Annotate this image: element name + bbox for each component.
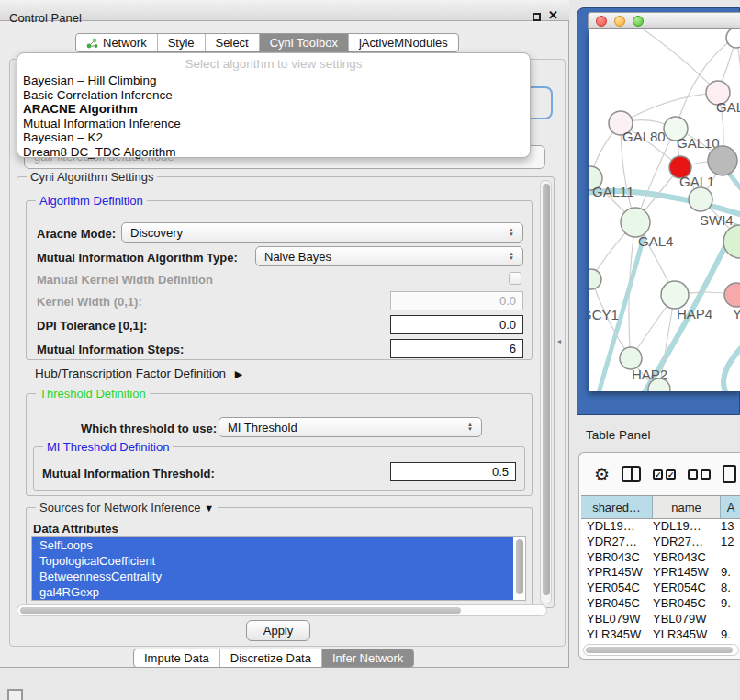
- scrollbar-thumb[interactable]: [543, 184, 550, 595]
- tab-label: Style: [168, 36, 195, 50]
- table-horizontal-scrollbar[interactable]: [583, 644, 739, 656]
- expander-right-icon[interactable]: ▶: [235, 368, 242, 379]
- table-row[interactable]: YBL079WYBL079W: [581, 612, 740, 627]
- dropdown-item[interactable]: Bayesian – Hill Climbing: [17, 73, 530, 88]
- table-row[interactable]: YLR345WYLR345W9.: [581, 627, 740, 643]
- tab-network[interactable]: Network: [76, 34, 157, 51]
- close-icon[interactable]: ✕: [548, 8, 558, 22]
- manual-kernel-checkbox[interactable]: [509, 272, 521, 285]
- attribute-item-selected[interactable]: BetweennessCentrality: [32, 569, 513, 584]
- dropdown-item[interactable]: Bayesian – K2: [17, 130, 530, 145]
- checked-boxes-icon[interactable]: ✓✓: [653, 469, 676, 480]
- tab-label: Network: [103, 36, 147, 50]
- attribute-item-selected[interactable]: TopologicalCoefficient: [32, 553, 513, 569]
- sources-title-text: Sources for Network Inference: [39, 501, 201, 514]
- page-icon[interactable]: [723, 465, 736, 483]
- column-header[interactable]: A: [721, 496, 740, 518]
- apply-button[interactable]: Apply: [246, 620, 310, 641]
- tab-cyni-toolbox[interactable]: Cyni Toolbox: [259, 34, 348, 51]
- scrollbar-thumb[interactable]: [20, 607, 461, 614]
- node-label: SWI4: [700, 212, 734, 228]
- table-panel: ⚙ ✓✓ shared… name A YDL19…YDL19…13YDR27……: [578, 452, 740, 660]
- zoom-traffic-light-icon[interactable]: [633, 16, 644, 27]
- tab-impute-data[interactable]: Impute Data: [134, 649, 219, 667]
- tab-style[interactable]: Style: [157, 34, 205, 51]
- settings-vertical-scrollbar[interactable]: [540, 180, 552, 604]
- network-node[interactable]: [724, 283, 740, 307]
- splitter-collapse-handle[interactable]: ◂: [557, 337, 561, 345]
- mi-steps-field[interactable]: 6: [390, 339, 523, 358]
- table-cell: [717, 612, 740, 627]
- manual-kernel-label: Manual Kernel Width Definition: [37, 273, 213, 287]
- gear-icon[interactable]: ⚙: [594, 466, 610, 483]
- table-row[interactable]: YBR043CYBR043C: [581, 550, 740, 566]
- control-panel-titlebar[interactable]: [0, 0, 569, 21]
- mi-threshold-title: MI Threshold Definition: [43, 440, 173, 454]
- table-body[interactable]: YDL19…YDL19…13YDR27…YDR27…12YBR043CYBR04…: [581, 519, 740, 649]
- unchecked-boxes-icon[interactable]: [688, 469, 711, 480]
- close-traffic-light-icon[interactable]: [596, 16, 607, 27]
- dpi-tolerance-label: DPI Tolerance [0,1]:: [37, 319, 147, 333]
- algorithm-dropdown-popup: Select algorithm to view settings Bayesi…: [17, 52, 531, 158]
- minimize-traffic-light-icon[interactable]: [614, 16, 625, 27]
- tab-discretize-data[interactable]: Discretize Data: [219, 649, 321, 667]
- list-scrollbar-thumb[interactable]: [516, 539, 523, 594]
- network-node[interactable]: [723, 225, 740, 258]
- network-node[interactable]: [661, 281, 689, 309]
- column-header[interactable]: name: [653, 496, 721, 518]
- collapsed-panel-icon[interactable]: [7, 689, 23, 700]
- table-cell: YBR045C: [649, 596, 717, 612]
- dropdown-item[interactable]: Basic Correlation Inference: [17, 88, 530, 103]
- dropdown-item-selected[interactable]: ARACNE Algorithm: [17, 102, 530, 117]
- cyni-bottom-tabs: Impute Data Discretize Data Infer Networ…: [133, 649, 414, 668]
- expander-down-icon[interactable]: ▼: [204, 502, 214, 514]
- table-row[interactable]: YDL19…YDL19…13: [581, 519, 740, 535]
- attribute-item-selected[interactable]: SelfLoops: [32, 537, 513, 553]
- kernel-width-field[interactable]: 0.0: [390, 291, 523, 310]
- table-cell: 9.: [717, 565, 740, 581]
- table-cell: 12: [717, 535, 740, 550]
- tab-jactivemnodules[interactable]: jActiveMNodules: [348, 34, 458, 51]
- column-header[interactable]: shared…: [581, 496, 653, 518]
- table-cell: YER054C: [581, 581, 649, 596]
- mi-type-combo[interactable]: Naive Bayes ▲▼: [255, 246, 523, 266]
- control-panel-title: Control Panel: [9, 11, 82, 25]
- table-cell: 8.: [717, 581, 740, 596]
- table-cell: YPR145W: [649, 565, 717, 581]
- dropdown-item[interactable]: Mutual Information Inference: [17, 117, 530, 131]
- tab-label: jActiveMNodules: [359, 36, 448, 50]
- scrollbar-thumb[interactable]: [586, 647, 733, 653]
- network-node[interactable]: [726, 29, 740, 48]
- node-label: GAL80: [622, 129, 666, 144]
- table-row[interactable]: YPR145WYPR145W9.: [581, 565, 740, 581]
- hub-definition-expander[interactable]: Hub/Transcription Factor Definition ▶: [35, 367, 242, 380]
- network-node[interactable]: [589, 269, 601, 289]
- data-attributes-list[interactable]: SelfLoops TopologicalCoefficient Between…: [31, 536, 526, 601]
- which-threshold-combo[interactable]: MI Threshold ▲▼: [219, 417, 482, 437]
- table-row[interactable]: YBR045CYBR045C9.: [581, 596, 740, 612]
- dropdown-item[interactable]: Dream8 DC_TDC Algorithm: [17, 145, 530, 160]
- aracne-mode-combo[interactable]: Discovery ▲▼: [121, 222, 523, 243]
- table-cell: YBL079W: [649, 612, 717, 627]
- float-window-icon[interactable]: [533, 13, 541, 21]
- table-panel-title: Table Panel: [586, 428, 651, 442]
- table-cell: 13: [717, 519, 740, 535]
- network-canvas[interactable]: GALGAL80GAL10GAL1GAL11GAL4SWI4GCY1HAP4YH…: [589, 29, 740, 391]
- table-row[interactable]: YDR27…YDR27…12: [581, 535, 740, 550]
- table-cell: YBL079W: [581, 612, 649, 627]
- network-node[interactable]: [708, 146, 737, 175]
- table-cell: 9.: [717, 627, 740, 643]
- tab-select[interactable]: Select: [205, 34, 259, 51]
- settings-horizontal-scrollbar[interactable]: [17, 604, 547, 616]
- mi-threshold-field[interactable]: 0.5: [390, 462, 516, 481]
- dpi-tolerance-field[interactable]: 0.0: [390, 315, 523, 334]
- table-cell: YLR345W: [581, 627, 649, 643]
- which-threshold-value: MI Threshold: [228, 421, 297, 435]
- table-row[interactable]: YER054CYER054C8.: [581, 581, 740, 596]
- attribute-item-selected[interactable]: gal4RGexp: [32, 584, 513, 600]
- aracne-mode-value: Discovery: [130, 226, 183, 240]
- network-node[interactable]: [689, 187, 712, 211]
- tab-infer-network[interactable]: Infer Network: [321, 649, 413, 667]
- network-window-titlebar[interactable]: [588, 12, 740, 29]
- column-panes-icon[interactable]: [622, 466, 641, 482]
